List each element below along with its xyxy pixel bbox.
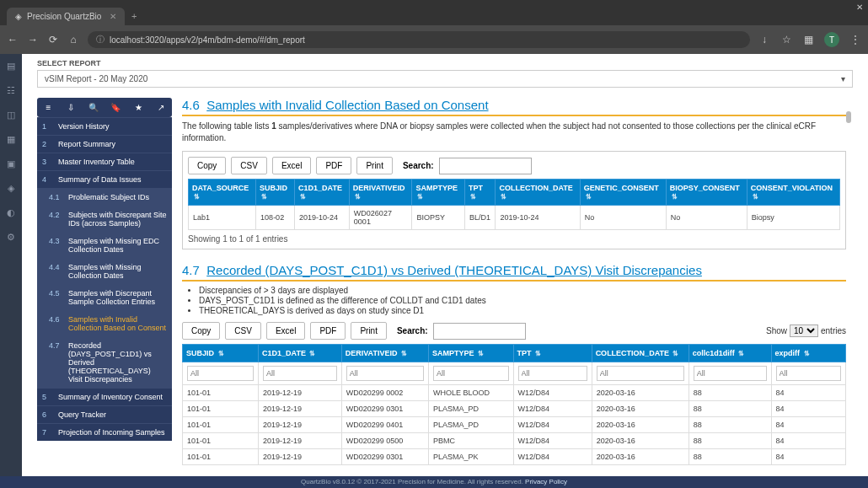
browser-tab[interactable]: ◈ Precision QuartzBio ✕: [7, 8, 125, 25]
copy-button[interactable]: Copy: [182, 322, 220, 340]
sidebar-item[interactable]: 3Master Inventory Table: [37, 153, 172, 170]
left-rail: ▤ ☷ ◫ ▦ ▣ ◈ ◐ ⚙: [0, 54, 22, 476]
column-filter-input[interactable]: [263, 366, 337, 381]
tab-favicon: ◈: [15, 12, 22, 21]
select-report-dropdown[interactable]: vSIM Report - 20 May 2020 ▾: [37, 70, 853, 88]
column-filter-input[interactable]: [597, 366, 684, 381]
table-info: Showing 1 to 1 of 1 entries: [188, 234, 840, 244]
pdf-button[interactable]: PDF: [310, 322, 346, 340]
info-icon: ⓘ: [96, 34, 104, 46]
column-header[interactable]: TPT ⇅: [513, 345, 592, 362]
column-header[interactable]: COLLECTION_DATE ⇅: [496, 180, 580, 206]
sidebar-item[interactable]: 5Summary of Inventory Consent: [37, 388, 172, 405]
footer: QuartzBio v8.0.12 © 2017-2021 Precision …: [0, 476, 868, 488]
scrollbar-thumb[interactable]: [846, 111, 851, 123]
search-input-47[interactable]: [433, 323, 526, 340]
column-header[interactable]: DERIVATIVEID ⇅: [341, 345, 428, 362]
avatar[interactable]: T: [824, 32, 839, 47]
print-button[interactable]: Print: [356, 157, 393, 174]
column-header[interactable]: C1D1_DATE ⇅: [295, 180, 350, 206]
column-header[interactable]: SAMPTYPE ⇅: [428, 345, 513, 362]
entries-select[interactable]: 10: [790, 324, 818, 337]
copy-button[interactable]: Copy: [188, 157, 226, 174]
column-header[interactable]: expdiff ⇅: [771, 345, 845, 362]
rail-data-icon[interactable]: ▦: [7, 134, 15, 145]
sidebar-item[interactable]: 4.5Samples with Discrepant Sample Collec…: [37, 284, 172, 310]
rail-home-icon[interactable]: ▤: [7, 61, 15, 72]
table-4-6: DATA_SOURCE ⇅SUBJID ⇅C1D1_DATE ⇅DERIVATI…: [188, 179, 840, 230]
column-header[interactable]: C1D1_DATE ⇅: [259, 345, 342, 362]
address-bar[interactable]: ⓘ localhost:3020/apps/v2/p4m/bdm-demo/#/…: [88, 31, 750, 48]
filter-row: [183, 362, 846, 385]
menu-icon[interactable]: ⋮: [849, 34, 861, 46]
home-icon[interactable]: ⌂: [67, 34, 79, 46]
sidebar-item[interactable]: 4.2Subjects with Discrepant Site IDs (ac…: [37, 206, 172, 232]
tool-star-icon[interactable]: ★: [127, 98, 150, 117]
column-filter-input[interactable]: [187, 366, 254, 381]
excel-button[interactable]: Excel: [272, 157, 311, 174]
extension-icon[interactable]: ▦: [802, 34, 814, 46]
back-icon[interactable]: ←: [7, 34, 19, 46]
tool-download-icon[interactable]: ⇩: [60, 98, 83, 117]
csv-button[interactable]: CSV: [231, 157, 267, 174]
forward-icon[interactable]: →: [27, 34, 39, 46]
table-row: 101-012019-12-19WD020299 0301PLASMA_PDW1…: [183, 401, 846, 417]
window-close-icon[interactable]: ✕: [856, 3, 863, 12]
column-header[interactable]: TPT ⇅: [464, 180, 496, 206]
column-filter-input[interactable]: [346, 366, 424, 381]
column-filter-input[interactable]: [433, 366, 509, 381]
tool-search-icon[interactable]: 🔍: [82, 98, 104, 117]
tool-list-icon[interactable]: ≡: [37, 98, 60, 117]
column-filter-input[interactable]: [694, 366, 767, 381]
sidebar-item[interactable]: 4Summary of Data Issues: [37, 170, 172, 188]
print-button[interactable]: Print: [351, 322, 387, 340]
excel-button[interactable]: Excel: [266, 322, 305, 340]
reload-icon[interactable]: ⟳: [47, 34, 59, 46]
sidebar-item[interactable]: 2Report Summary: [37, 135, 172, 153]
column-filter-input[interactable]: [518, 366, 587, 381]
section-4-7-bullets: Discrepancies of > 3 days are displayedD…: [182, 286, 846, 315]
sidebar-item[interactable]: 6Query Tracker: [37, 405, 172, 423]
tab-close-icon[interactable]: ✕: [110, 12, 116, 21]
column-header[interactable]: collc1d1diff ⇅: [689, 345, 771, 362]
report-sidebar: ≡ ⇩ 🔍 🔖 ★ ↗ 1Version History2Report Summ…: [37, 98, 172, 469]
download-arrow-icon[interactable]: ↓: [758, 34, 770, 46]
table-4-7: SUBJID ⇅C1D1_DATE ⇅DERIVATIVEID ⇅SAMPTYP…: [182, 344, 846, 465]
column-header[interactable]: COLLECTION_DATE ⇅: [592, 345, 689, 362]
rail-report-icon[interactable]: ▣: [7, 158, 15, 169]
sidebar-item[interactable]: 4.4Samples with Missing Collection Dates: [37, 258, 172, 284]
column-header[interactable]: GENETIC_CONSENT ⇅: [580, 180, 666, 206]
sidebar-item[interactable]: 4.6Samples with Invalid Collection Based…: [37, 310, 172, 336]
privacy-link[interactable]: Privacy Policy: [525, 478, 567, 485]
rail-item-icon[interactable]: ◈: [8, 183, 14, 194]
rail-item2-icon[interactable]: ◐: [7, 207, 15, 218]
rail-calendar-icon[interactable]: ☷: [7, 85, 15, 96]
column-filter-input[interactable]: [776, 366, 841, 381]
pdf-button[interactable]: PDF: [316, 157, 351, 174]
sidebar-item[interactable]: 4.1Problematic Subject IDs: [37, 188, 172, 206]
column-header[interactable]: BIOPSY_CONSENT ⇅: [666, 180, 747, 206]
sidebar-item[interactable]: 4.7Recorded (DAYS_POST_C1D1) vs Derived …: [37, 336, 172, 388]
sidebar-item[interactable]: 7Projection of Incoming Samples: [37, 423, 172, 441]
table-row: 101-012019-12-19WD020299 0301PLASMA_PKW1…: [183, 449, 846, 465]
column-header[interactable]: DERIVATIVEID ⇅: [349, 180, 412, 206]
table-row: 101-012019-12-19WD020299 0002WHOLE BLOOD…: [183, 385, 846, 401]
new-tab-button[interactable]: +: [125, 7, 143, 25]
star-icon[interactable]: ☆: [780, 34, 792, 46]
column-header[interactable]: SAMPTYPE ⇅: [412, 180, 464, 206]
rail-chart-icon[interactable]: ◫: [7, 110, 15, 121]
column-header[interactable]: CONSENT_VIOLATION ⇅: [747, 180, 839, 206]
chevron-down-icon: ▾: [841, 74, 845, 83]
select-report-label: SELECT REPORT: [37, 59, 853, 67]
tool-share-icon[interactable]: ↗: [149, 98, 172, 117]
csv-button[interactable]: CSV: [225, 322, 261, 340]
sidebar-item[interactable]: 1Version History: [37, 117, 172, 135]
rail-settings-icon[interactable]: ⚙: [7, 232, 15, 243]
tool-bookmark-icon[interactable]: 🔖: [104, 98, 127, 117]
column-header[interactable]: SUBJID ⇅: [183, 345, 259, 362]
search-input-46[interactable]: [439, 158, 532, 174]
select-report-value: vSIM Report - 20 May 2020: [45, 74, 147, 83]
sidebar-item[interactable]: 4.3Samples with Missing EDC Collection D…: [37, 232, 172, 258]
column-header[interactable]: DATA_SOURCE ⇅: [189, 180, 256, 206]
column-header[interactable]: SUBJID ⇅: [256, 180, 295, 206]
